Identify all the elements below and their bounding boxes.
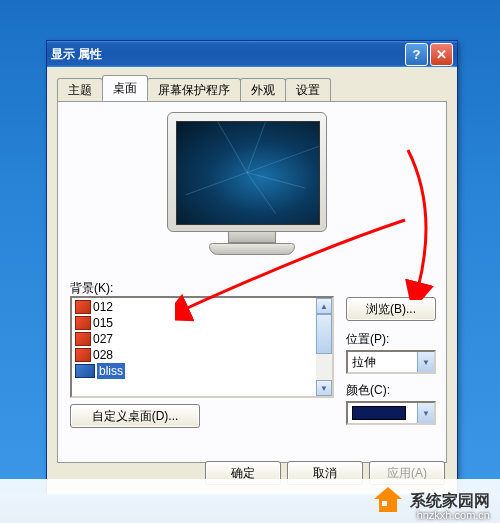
browse-button[interactable]: 浏览(B)... bbox=[346, 297, 436, 321]
chevron-down-icon[interactable]: ▼ bbox=[417, 403, 434, 423]
color-label: 颜色(C): bbox=[346, 382, 436, 399]
customize-desktop-button[interactable]: 自定义桌面(D)... bbox=[70, 404, 200, 428]
file-icon bbox=[75, 348, 91, 362]
tab-panel-desktop: 背景(K): 012 015 027 028 bliss ▲ ▼ 浏览(B)..… bbox=[57, 101, 447, 463]
help-button[interactable]: ? bbox=[405, 43, 428, 66]
list-item[interactable]: 012 bbox=[73, 299, 331, 315]
list-item[interactable]: 028 bbox=[73, 347, 331, 363]
file-icon bbox=[75, 332, 91, 346]
chevron-down-icon[interactable]: ▼ bbox=[417, 352, 434, 372]
window-title: 显示 属性 bbox=[51, 46, 102, 63]
tab-screensaver[interactable]: 屏幕保护程序 bbox=[147, 78, 241, 102]
color-combo[interactable]: ▼ bbox=[346, 401, 436, 425]
listbox-scrollbar[interactable]: ▲ ▼ bbox=[316, 298, 332, 396]
watermark-url: hnzkxh.com.cn bbox=[417, 509, 490, 521]
display-properties-dialog: 显示 属性 ? ✕ 主题 桌面 屏幕保护程序 外观 设置 bbox=[46, 40, 458, 496]
file-icon bbox=[75, 316, 91, 330]
list-item-selected[interactable]: bliss bbox=[73, 363, 331, 379]
tab-theme[interactable]: 主题 bbox=[57, 78, 103, 102]
list-item[interactable]: 027 bbox=[73, 331, 331, 347]
scroll-down-button[interactable]: ▼ bbox=[316, 380, 332, 396]
scroll-up-button[interactable]: ▲ bbox=[316, 298, 332, 314]
tab-appearance[interactable]: 外观 bbox=[240, 78, 286, 102]
tab-settings[interactable]: 设置 bbox=[285, 78, 331, 102]
close-button[interactable]: ✕ bbox=[430, 43, 453, 66]
tab-desktop[interactable]: 桌面 bbox=[102, 75, 148, 101]
house-icon bbox=[374, 487, 402, 515]
file-icon bbox=[75, 364, 95, 378]
position-combo[interactable]: 拉伸 ▼ bbox=[346, 350, 436, 374]
file-icon bbox=[75, 300, 91, 314]
monitor-preview bbox=[167, 112, 337, 262]
monitor-screen bbox=[176, 121, 320, 225]
scroll-thumb[interactable] bbox=[316, 314, 332, 354]
background-listbox[interactable]: 012 015 027 028 bliss ▲ ▼ bbox=[70, 296, 334, 398]
color-swatch bbox=[352, 406, 406, 420]
background-label: 背景(K): bbox=[70, 280, 113, 297]
tabstrip: 主题 桌面 屏幕保护程序 外观 设置 bbox=[47, 67, 457, 101]
list-item[interactable]: 015 bbox=[73, 315, 331, 331]
position-label: 位置(P): bbox=[346, 331, 436, 348]
titlebar[interactable]: 显示 属性 ? ✕ bbox=[47, 41, 457, 67]
